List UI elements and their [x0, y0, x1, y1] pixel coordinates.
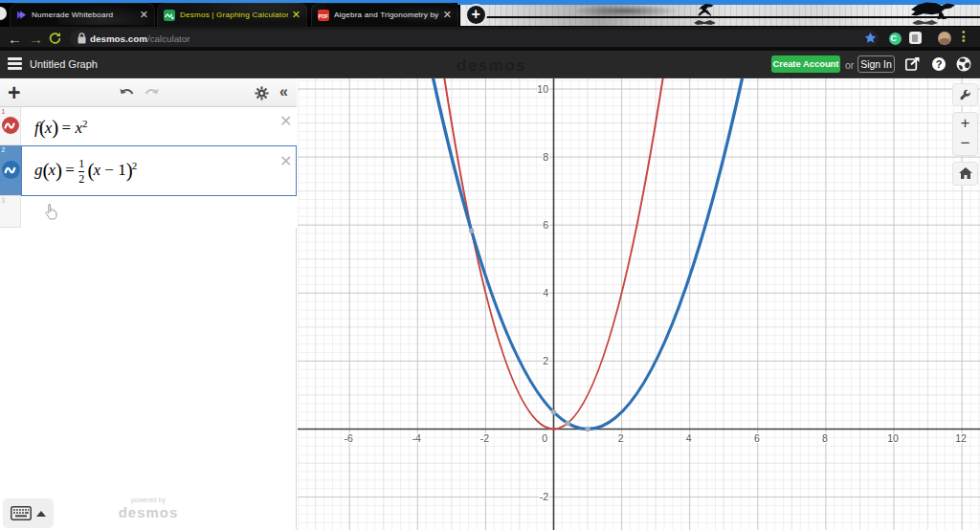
svg-text:2: 2: [543, 355, 548, 366]
svg-text:-2: -2: [480, 432, 489, 444]
svg-text:8: 8: [822, 432, 828, 444]
svg-text:4: 4: [686, 432, 692, 444]
svg-text:8: 8: [543, 151, 548, 163]
svg-text:6: 6: [754, 432, 760, 444]
svg-text:4: 4: [543, 287, 548, 298]
svg-text:-4: -4: [412, 432, 421, 444]
svg-text:0: 0: [542, 432, 547, 444]
svg-text:-2: -2: [540, 491, 548, 502]
svg-text:6: 6: [543, 219, 548, 231]
svg-text:10: 10: [887, 432, 899, 444]
svg-text:12: 12: [955, 432, 967, 444]
svg-text:-6: -6: [345, 432, 353, 444]
svg-text:2: 2: [618, 432, 624, 444]
svg-text:10: 10: [537, 83, 548, 95]
